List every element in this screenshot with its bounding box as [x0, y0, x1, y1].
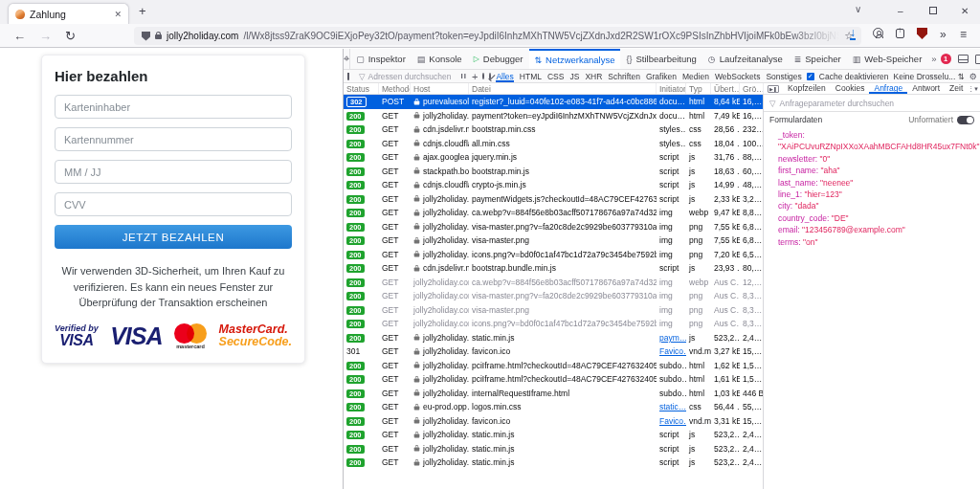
- filter-grafiken[interactable]: Grafiken: [646, 70, 677, 82]
- cvv-input[interactable]: [55, 192, 292, 216]
- network-request-row[interactable]: 200GETajax.googleap…jquery.min.jsscriptj…: [344, 150, 763, 165]
- network-request-row[interactable]: 200GETjolly2holiday.c…static.min.jsscrip…: [344, 428, 763, 442]
- filter-sonstiges[interactable]: Sonstiges: [766, 70, 801, 82]
- column-header-gr-[interactable]: Grö…: [740, 83, 764, 94]
- pay-now-button[interactable]: JETZT BEZAHLEN: [55, 225, 292, 249]
- network-settings-gear-icon[interactable]: ⚙: [969, 72, 977, 81]
- tab-close-icon[interactable]: ✕: [114, 10, 122, 19]
- responsive-mode-icon[interactable]: [975, 55, 980, 64]
- network-request-row[interactable]: 200GETjolly2holiday.c…visa-master.pngimg…: [344, 233, 763, 248]
- throttling-dropdown[interactable]: Keine Drosselu... ⇅: [894, 72, 965, 81]
- ublock-extension-icon[interactable]: [917, 28, 927, 42]
- address-filter-input[interactable]: ▽ Adressen durchsuchen: [359, 72, 452, 81]
- network-request-row[interactable]: 200GETjolly2holiday.c…pciIframe.html?che…: [344, 372, 763, 387]
- network-request-row[interactable]: 200GETjolly2holiday.c…paymentWidgets.js?…: [344, 192, 763, 207]
- filter-js[interactable]: JS: [569, 70, 579, 82]
- details-tab-kopfzeilen[interactable]: Kopfzeilen: [783, 83, 831, 94]
- network-request-row[interactable]: 301GETjolly2holiday.c…favicon.icoFavico……: [344, 345, 763, 359]
- column-header-status[interactable]: Status: [344, 83, 379, 94]
- clear-requests-icon[interactable]: [347, 73, 349, 80]
- column-header-host[interactable]: Host: [411, 83, 469, 94]
- column-header-methode[interactable]: Methode: [379, 83, 411, 94]
- devtools-tab-netzwerkanalyse[interactable]: ⇅Netzwerkanalyse: [529, 49, 621, 69]
- column-header-datei[interactable]: Datei: [469, 83, 657, 94]
- devtools-tab-debugger[interactable]: ▷Debugger: [468, 49, 529, 69]
- https-lock-icon[interactable]: [155, 34, 162, 39]
- network-request-row[interactable]: 200GETjolly2holiday.c…static.min.jsscrip…: [344, 456, 763, 470]
- tracking-protection-icon[interactable]: [142, 32, 150, 41]
- details-tabs-overflow-icon[interactable]: ⋮▾: [968, 85, 980, 93]
- cardholder-input[interactable]: [55, 95, 292, 119]
- filter-alles[interactable]: Alles: [496, 70, 513, 82]
- network-request-row[interactable]: 200GETjolly2holiday.comicons.png?v=bd0f0…: [344, 317, 763, 331]
- filter-medien[interactable]: Medien: [682, 70, 709, 82]
- filter-html[interactable]: HTML: [520, 70, 542, 82]
- error-count-badge[interactable]: 1: [941, 54, 951, 64]
- devtools-tab-web-speicher[interactable]: ▥Web-Speicher: [847, 49, 928, 69]
- column-header--bert-[interactable]: Übert…: [711, 83, 740, 94]
- network-request-row[interactable]: 200GETjolly2holiday.comvisa-master.pngim…: [344, 303, 763, 318]
- initiator-cell[interactable]: Favico…: [657, 416, 686, 426]
- network-request-row[interactable]: 200GETjolly2holiday.c…static.min.jspaym……: [344, 331, 763, 345]
- details-tab-anfrage[interactable]: Anfrage: [869, 83, 907, 94]
- devtools-tab-laufzeitanalyse[interactable]: ◷Laufzeitanalyse: [702, 49, 789, 69]
- network-request-row[interactable]: 200GETjolly2holiday.c…static.min.jsscrip…: [344, 442, 763, 456]
- devtools-tabs-overflow-icon[interactable]: »: [927, 49, 940, 69]
- overflow-menu-icon[interactable]: »: [940, 28, 947, 41]
- card-number-input[interactable]: [55, 127, 292, 151]
- params-search-input[interactable]: ▽ Anfrageparameter durchsuchen: [764, 95, 980, 112]
- initiator-cell[interactable]: paym…: [657, 333, 686, 343]
- reload-button[interactable]: ↻: [65, 29, 76, 43]
- column-header-initiator[interactable]: Initiator: [657, 83, 686, 94]
- network-request-row[interactable]: 200GETjolly2holiday.comca.webp?v=884f56e…: [344, 276, 763, 290]
- split-console-icon[interactable]: [958, 55, 969, 63]
- browser-tab[interactable]: Zahlung ✕: [8, 3, 129, 24]
- network-request-row[interactable]: 200GETjolly2holiday.c…visa-master.png?v=…: [344, 220, 763, 234]
- new-tab-button[interactable]: +: [139, 4, 146, 18]
- filter-css[interactable]: CSS: [547, 70, 564, 82]
- network-request-row[interactable]: 200GETcdnjs.cloudfla…all.min.cssstyles…c…: [344, 137, 763, 151]
- network-request-row[interactable]: 200GETjolly2holiday.c…internalRequestIfr…: [344, 387, 763, 401]
- window-minimize-button[interactable]: –: [898, 6, 903, 16]
- pick-element-icon[interactable]: ⌖: [344, 49, 350, 69]
- disable-cache-checkbox[interactable]: ✓: [807, 73, 814, 80]
- url-bar[interactable]: jolly2holiday.com /l/Wx8jtss9ZraK9OC9iEX…: [134, 27, 861, 45]
- network-request-row[interactable]: 302POSTpurevaluesolu…register?_luuid=040…: [344, 95, 763, 109]
- network-request-row[interactable]: 200GETstackpath.boo…bootstrap.min.jsscri…: [344, 165, 763, 179]
- expiry-input[interactable]: [55, 160, 292, 184]
- network-request-row[interactable]: 200GETjolly2holiday.c…payment?token=eyJp…: [344, 109, 763, 123]
- details-tab-antwort[interactable]: Antwort: [907, 83, 945, 94]
- network-request-row[interactable]: 200GETcdn.jsdelivr.netbootstrap.bundle.m…: [344, 261, 763, 276]
- details-tab-zeit[interactable]: Zeit: [945, 83, 968, 94]
- network-request-row[interactable]: 200GETjolly2holiday.c…ca.webp?v=884f56e8…: [344, 206, 763, 220]
- devtools-tab-stilbearbeitung[interactable]: {}Stilbearbeitung: [620, 49, 702, 69]
- network-request-row[interactable]: 200GETjolly2holiday.comvisa-master.png?v…: [344, 289, 763, 303]
- hamburger-menu-icon[interactable]: ≡: [960, 28, 967, 41]
- search-icon[interactable]: [482, 73, 484, 79]
- initiator-cell[interactable]: static…: [657, 402, 686, 411]
- share-icon[interactable]: [896, 28, 904, 41]
- initiator-cell[interactable]: Favico…: [657, 346, 686, 356]
- devtools-tab-konsole[interactable]: ▤Konsole: [412, 49, 468, 69]
- devtools-tab-inspektor[interactable]: ▢Inspektor: [350, 49, 412, 69]
- filter-websockets[interactable]: WebSockets: [715, 70, 761, 82]
- window-close-button[interactable]: ✕: [961, 6, 969, 16]
- tab-list-chevron-icon[interactable]: ∨: [855, 4, 861, 14]
- network-request-row[interactable]: 200GETjolly2holiday.c…pciIframe.html?che…: [344, 359, 763, 373]
- details-tab-cookies[interactable]: Cookies: [831, 83, 870, 94]
- block-requests-icon[interactable]: [489, 73, 491, 80]
- filter-schriften[interactable]: Schriften: [608, 70, 640, 82]
- network-request-row[interactable]: 200GETcdnjs.cloudfla…crypto-js.min.jsscr…: [344, 178, 763, 192]
- details-pane-toggle-icon[interactable]: ▶❚: [768, 85, 779, 93]
- network-request-row[interactable]: 200GETjolly2holiday.c…icons.png?v=bd0f0c…: [344, 248, 763, 262]
- downloads-icon[interactable]: ↓: [850, 28, 856, 40]
- devtools-tab-speicher[interactable]: ≣Speicher: [789, 49, 847, 69]
- raw-toggle-switch[interactable]: [957, 116, 974, 124]
- back-button[interactable]: ←: [13, 29, 26, 43]
- network-request-row[interactable]: 200GETjolly2holiday.c…favicon.icoFavico……: [344, 414, 763, 429]
- column-header-typ[interactable]: Typ: [686, 83, 711, 94]
- window-maximize-button[interactable]: [929, 6, 937, 16]
- network-request-row[interactable]: 200GETcdn.jsdelivr.netbootstrap.min.csss…: [344, 122, 763, 137]
- pause-recording-icon[interactable]: II: [461, 72, 467, 80]
- network-request-row[interactable]: 200GETeu-prod.opp…logos.min.cssstatic…cs…: [344, 400, 763, 414]
